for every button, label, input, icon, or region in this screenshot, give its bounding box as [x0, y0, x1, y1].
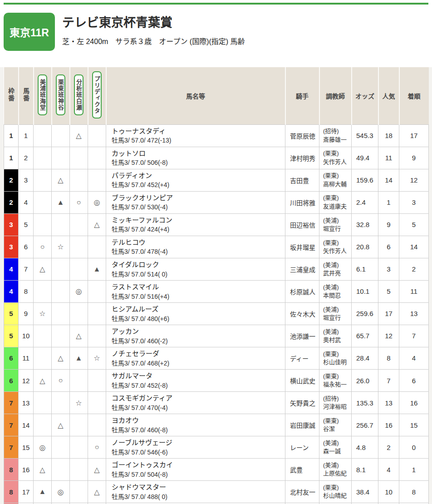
trainer-cell: (美浦)本間忍	[319, 280, 352, 302]
popularity-cell: 12	[378, 325, 399, 347]
horse-row: 713☆コスモギガンティア牡馬3/ 57.0/ 470(-4)矢野貴之(招待)河…	[4, 392, 429, 414]
odds-cell: 20.8	[352, 236, 378, 258]
horse-number-cell: 13	[19, 392, 34, 414]
mark-ritto-cell: ◎	[52, 481, 70, 503]
horse-detail: 牡馬3/ 57.0/ 530(-4)	[112, 203, 280, 212]
mark-ritto-cell	[52, 392, 70, 414]
horse-name: ヨカオウ	[112, 415, 280, 425]
horse-name: トゥーナスタディ	[112, 126, 280, 136]
trainer-affiliation: (美浦)	[323, 306, 351, 314]
waku-number-cell: 1	[4, 147, 19, 169]
horse-row: 612△○サガルマータ牡馬3/ 57.0/ 452(-8)横山武史(栗東)福永祐…	[4, 370, 429, 392]
horse-name: ラストスマイル	[112, 282, 280, 292]
result-cell: 14	[399, 236, 429, 258]
mark-ritto-cell	[52, 147, 70, 169]
horse-number-cell: 12	[19, 370, 34, 392]
trainer-cell: (美浦)上原佑紀	[319, 459, 352, 481]
mark-ritto-cell: ○	[52, 370, 70, 392]
mark-ritto-cell	[52, 459, 70, 481]
odds-cell: 32.8	[352, 213, 378, 236]
jockey-cell: 北村友一	[285, 481, 319, 503]
mark-miura-cell: △	[34, 370, 52, 392]
horse-detail: 牡馬3/ 57.0/ 424(+4)	[112, 225, 280, 234]
popularity-cell: 10	[378, 481, 399, 503]
trainer-name: 矢作芳人	[323, 158, 351, 166]
horse-detail: 牡馬3/ 57.0/ 516(+4)	[112, 292, 280, 301]
horse-name-cell: パラディオン牡馬3/ 57.0/ 452(+4)	[106, 169, 285, 191]
waku-number-cell: 5	[4, 302, 19, 325]
trainer-name: 杉山晴紀	[323, 492, 351, 500]
horse-row: 11△トゥーナスタディ牡馬3/ 57.0/ 472(-13)菅原辰徳(招待)斎藤…	[4, 124, 429, 147]
odds-cell: 26.0	[352, 370, 378, 392]
waku-number-cell: 8	[4, 459, 19, 481]
trainer-cell: (栗東)矢作芳人	[319, 236, 352, 258]
trainer-affiliation: (美浦)	[323, 283, 351, 292]
trainer-affiliation: (栗東)	[323, 350, 351, 358]
popularity-cell: 18	[378, 124, 399, 147]
race-title: テレビ東京杯青葉賞	[62, 16, 245, 30]
jockey-cell: 三浦皇成	[285, 258, 319, 280]
result-cell: 9	[399, 147, 429, 169]
trainer-cell: (美浦)奥村武	[319, 325, 352, 347]
horse-number-cell: 10	[19, 325, 34, 347]
waku-number-cell: 1	[4, 124, 19, 147]
horse-name-cell: ブラックオリンピア牡馬3/ 57.0/ 530(-4)	[106, 191, 285, 213]
horse-number-cell: 3	[19, 169, 34, 191]
trainer-cell: (招待)河津裕昭	[319, 392, 352, 414]
popularity-cell: 2	[378, 436, 399, 459]
horse-detail: 牡馬3/ 57.0/ 468(+2)	[112, 359, 280, 368]
popularity-cell: 7	[378, 370, 399, 392]
odds-cell: 135.3	[352, 392, 378, 414]
horse-row: 816△△ゴーイントゥスカイ牡馬3/ 57.0/ 504(-8)武豊(美浦)上原…	[4, 459, 429, 481]
jockey-cell: 菅原辰徳	[285, 124, 319, 147]
trainer-cell: (栗東)福永祐一	[319, 370, 352, 392]
mark-predictor-cell	[88, 302, 106, 325]
horse-row: 35△ミッキーファルコン牡馬3/ 57.0/ 424(+4)田辺裕信(美浦)堀宣…	[4, 213, 429, 236]
waku-number-cell: 6	[4, 347, 19, 369]
trainer-name: 奥村武	[323, 336, 351, 344]
analyst-badge-ritto: 栗東班神谷	[56, 74, 65, 115]
waku-number-cell: 3	[4, 236, 19, 258]
mark-bunseki-cell: △	[70, 124, 88, 147]
result-cell: 15	[399, 414, 429, 436]
result-cell: 16	[399, 392, 429, 414]
horse-number-cell: 11	[19, 347, 34, 369]
result-cell: 3	[399, 191, 429, 213]
mark-predictor-cell: ▲	[88, 258, 106, 280]
popularity-cell: 1	[378, 191, 399, 213]
trainer-name: 杉山佳明	[323, 358, 351, 366]
column-header-umaban: 馬番	[19, 67, 34, 124]
odds-cell: 6.1	[352, 258, 378, 280]
column-header-result: 着順	[399, 67, 429, 124]
jockey-cell: 坂井瑠星	[285, 236, 319, 258]
jockey-cell: 池添謙一	[285, 325, 319, 347]
horse-detail: 牡馬3/ 57.0/ 488( 0)	[112, 492, 280, 501]
horse-name: ミッキーファルコン	[112, 215, 280, 225]
analyst-badge-predictor: プリディクタ	[92, 71, 102, 119]
horse-number-cell: 4	[19, 191, 34, 213]
mark-bunseki-cell	[70, 370, 88, 392]
trainer-cell: (栗東)谷潔	[319, 414, 352, 436]
odds-cell: 159.6	[352, 169, 378, 191]
mark-bunseki-cell	[70, 459, 88, 481]
column-header-popularity: 人気	[378, 67, 399, 124]
column-header-mark-bunseki: 分析班白瀬	[70, 67, 88, 124]
trainer-affiliation: (招待)	[323, 395, 351, 403]
result-cell: 13	[399, 302, 429, 325]
race-info: テレビ東京杯青葉賞 芝・左 2400m サラ系３歳 オープン (国際)(指定) …	[62, 13, 245, 46]
trainer-cell: (栗東)矢作芳人	[319, 147, 352, 169]
trainer-cell: (美浦)堀宣行	[319, 302, 352, 325]
popularity-cell: 9	[378, 213, 399, 236]
popularity-cell: 11	[378, 147, 399, 169]
horse-row: 47△▲タイダルロック牡馬3/ 57.0/ 514( 0)三浦皇成(美浦)武井亮…	[4, 258, 429, 280]
column-header-trainer: 調教師	[319, 67, 352, 124]
horse-number-cell: 17	[19, 481, 34, 503]
column-header-mark-miura: 美浦班海堂	[34, 67, 52, 124]
trainer-cell: (栗東)杉山晴紀	[319, 481, 352, 503]
mark-predictor-cell	[88, 124, 106, 147]
horse-name-cell: ヨカオウ牡馬3/ 57.0/ 460(-8)	[106, 414, 285, 436]
column-header-horse: 馬名等	[106, 67, 285, 124]
horse-number-cell: 9	[19, 302, 34, 325]
horse-row: 715◎○ノーブルサヴェージ牡馬3/ 57.0/ 546(-6)レーン(美浦)森…	[4, 436, 429, 459]
mark-miura-cell	[34, 169, 52, 191]
